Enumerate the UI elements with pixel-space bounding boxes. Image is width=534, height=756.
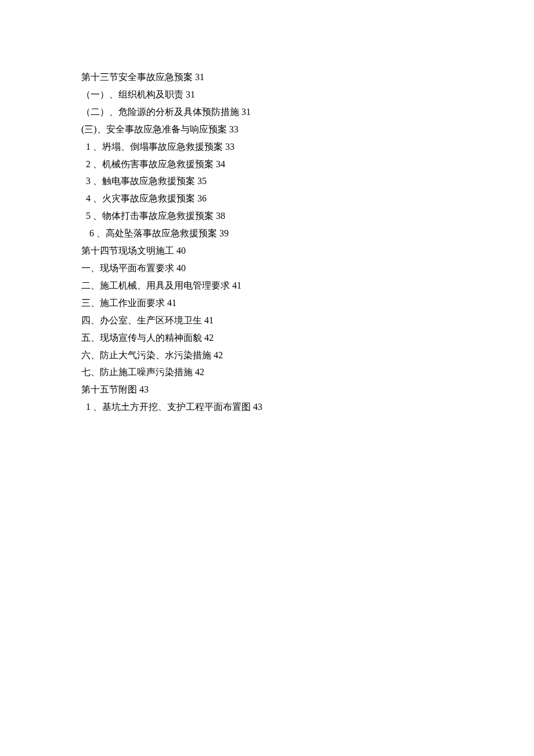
toc-entry: 六、防止大气污染、水污染措施 42 (81, 347, 534, 364)
toc-entry: 2 、机械伤害事故应急救援预案 34 (81, 156, 534, 173)
toc-entry: 4 、火灾事故应急救援预案 36 (81, 190, 534, 207)
toc-entry: 五、现场宣传与人的精神面貌 42 (81, 329, 534, 347)
toc-entry: 1 、基坑土方开挖、支护工程平面布置图 43 (81, 398, 534, 416)
table-of-contents: 第十三节安全事故应急预案 31 （一）、组织机构及职责 31 （二）、危险源的分… (81, 69, 534, 416)
toc-entry: 1 、坍塌、倒塌事故应急救援预案 33 (81, 138, 534, 156)
toc-entry: 6 、高处坠落事故应急救援预案 39 (81, 225, 534, 242)
toc-entry: 二、施工机械、用具及用电管理要求 41 (81, 277, 534, 294)
toc-entry: 三、施工作业面要求 41 (81, 294, 534, 312)
toc-entry: （二）、危险源的分析及具体预防措施 31 (81, 103, 534, 121)
toc-entry: 七、防止施工噪声污染措施 42 (81, 363, 534, 381)
toc-entry: 第十三节安全事故应急预案 31 (81, 69, 534, 86)
toc-entry: 第十四节现场文明施工 40 (81, 242, 534, 260)
toc-entry: 一、现场平面布置要求 40 (81, 260, 534, 277)
toc-entry: 3 、触电事故应急救援预案 35 (81, 172, 534, 190)
toc-entry: (三)、安全事故应急准备与响应预案 33 (81, 121, 534, 138)
toc-entry: （一）、组织机构及职责 31 (81, 86, 534, 103)
toc-entry: 四、办公室、生产区环境卫生 41 (81, 312, 534, 329)
toc-entry: 第十五节附图 43 (81, 381, 534, 398)
toc-entry: 5 、物体打击事故应急救援预案 38 (81, 207, 534, 225)
